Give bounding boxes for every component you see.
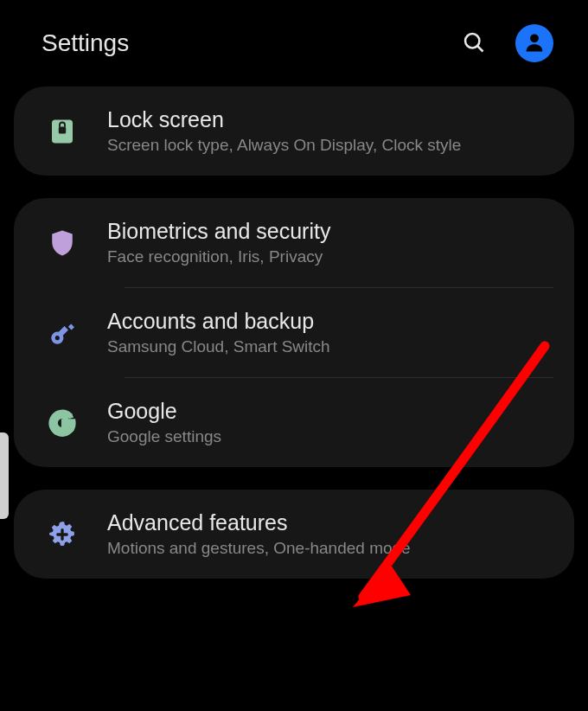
profile-button[interactable]	[515, 24, 553, 62]
settings-group: Lock screen Screen lock type, Always On …	[14, 86, 574, 176]
search-button[interactable]	[457, 25, 491, 62]
settings-item-subtitle: Motions and gestures, One-handed mode	[107, 539, 553, 558]
svg-rect-4	[59, 126, 66, 133]
gear-plus-icon	[35, 519, 90, 550]
lock-icon	[35, 116, 90, 147]
settings-item-subtitle: Samsung Cloud, Smart Switch	[107, 337, 553, 356]
settings-item-text: Advanced features Motions and gestures, …	[90, 510, 553, 558]
settings-item-advanced-features[interactable]: Advanced features Motions and gestures, …	[14, 490, 574, 579]
settings-item-text: Biometrics and security Face recognition…	[90, 219, 553, 266]
google-icon: G	[35, 408, 90, 438]
settings-item-title: Lock screen	[107, 107, 553, 132]
settings-item-title: Biometrics and security	[107, 219, 553, 244]
page-title: Settings	[42, 29, 129, 57]
svg-point-0	[465, 34, 479, 48]
settings-item-subtitle: Face recognition, Iris, Privacy	[107, 247, 553, 266]
svg-line-1	[477, 46, 483, 51]
settings-item-text: Google Google settings	[90, 399, 553, 446]
header: Settings	[0, 0, 588, 86]
settings-item-subtitle: Google settings	[107, 427, 553, 446]
settings-item-subtitle: Screen lock type, Always On Display, Clo…	[107, 136, 553, 155]
person-icon	[522, 30, 546, 57]
settings-item-text: Accounts and backup Samsung Cloud, Smart…	[90, 309, 553, 356]
svg-text:G: G	[51, 408, 76, 438]
settings-item-title: Accounts and backup	[107, 309, 553, 334]
settings-group: Advanced features Motions and gestures, …	[14, 490, 574, 579]
settings-item-accounts[interactable]: Accounts and backup Samsung Cloud, Smart…	[14, 288, 574, 377]
svg-point-6	[55, 336, 60, 340]
scroll-indicator[interactable]	[0, 432, 9, 519]
svg-rect-8	[68, 323, 74, 330]
settings-item-google[interactable]: G Google Google settings	[14, 378, 574, 467]
settings-group: Biometrics and security Face recognition…	[14, 198, 574, 467]
svg-point-2	[530, 34, 539, 42]
settings-item-title: Advanced features	[107, 510, 553, 535]
shield-icon	[35, 228, 90, 258]
settings-item-text: Lock screen Screen lock type, Always On …	[90, 107, 553, 155]
settings-item-lock-screen[interactable]: Lock screen Screen lock type, Always On …	[14, 86, 574, 176]
key-icon	[35, 318, 90, 348]
search-icon	[462, 44, 486, 57]
settings-item-biometrics[interactable]: Biometrics and security Face recognition…	[14, 198, 574, 287]
header-actions	[457, 24, 553, 62]
settings-item-title: Google	[107, 399, 553, 424]
